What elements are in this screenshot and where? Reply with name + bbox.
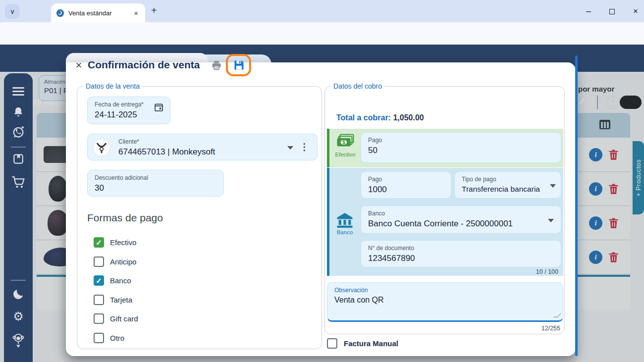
observation-label: Observación	[334, 287, 556, 294]
checkbox-checked[interactable]: ✓	[94, 275, 104, 286]
window-minimize-button[interactable]: –	[582, 5, 595, 18]
client-options-kebab-icon[interactable]: ⋮	[300, 141, 309, 153]
chevron-down-icon[interactable]	[550, 184, 556, 188]
checkbox-unchecked[interactable]	[94, 333, 104, 343]
additional-discount-value: 30	[95, 183, 216, 193]
checkbox-label: Gift card	[110, 314, 138, 323]
tab-close-button[interactable]: ×	[132, 9, 140, 17]
efectivo-pago-field[interactable]: Pago 50	[361, 132, 561, 163]
payment-method-anticipo[interactable]: Anticipo	[94, 257, 136, 267]
checkbox-label: Anticipo	[110, 258, 136, 266]
browser-tab-strip: ∨ Venta estándar × + – ×	[0, 0, 644, 22]
modal-accent-edge	[575, 55, 578, 356]
total-to-collect: Total a cobrar: 1,050.00	[336, 113, 424, 122]
delivery-date-value: 24-11-2025	[95, 110, 163, 120]
modal-body: Datos de la venta Fecha de entrega* 24-1…	[66, 62, 576, 356]
sale-data-legend: Datos de la venta	[83, 82, 142, 90]
total-label: Total a cobrar:	[336, 113, 391, 122]
banco-value: Banco Cuenta Corriente - 2500000001	[368, 219, 554, 229]
calendar-icon[interactable]	[154, 102, 164, 112]
resize-handle-icon[interactable]	[553, 313, 561, 317]
pago-value: 50	[368, 146, 554, 155]
document-counter: 10 / 100	[536, 268, 558, 275]
new-tab-button[interactable]: +	[151, 5, 157, 16]
client-label: Cliente*	[118, 138, 310, 145]
sale-confirmation-modal: Datos de la venta Fecha de entrega* 24-1…	[66, 53, 579, 356]
modal-close-button[interactable]: ×	[72, 58, 86, 72]
payment-method-tarjeta[interactable]: Tarjeta	[94, 295, 132, 305]
chevron-down-icon[interactable]	[548, 219, 554, 222]
delivery-date-field[interactable]: Fecha de entrega* 24-11-2025	[87, 97, 170, 124]
observation-textarea[interactable]: Observación Venta con QR	[327, 282, 563, 322]
payment-data-legend: Datos del cobro	[331, 82, 384, 90]
sale-data-section: Datos de la venta Fecha de entrega* 24-1…	[77, 82, 322, 349]
tab-title: Venta estándar	[68, 9, 132, 17]
tipo-de-pago-select[interactable]: Tipo de pago Transferencia bancaria	[454, 171, 561, 199]
payment-data-section: Datos del cobro Total a cobrar: 1,050.00…	[324, 82, 565, 334]
cash-icon: $	[335, 134, 355, 149]
checkbox-label: Banco	[110, 276, 131, 285]
checkbox-label: Efectivo	[110, 238, 136, 247]
maximize-icon	[609, 9, 615, 14]
factura-manual-checkbox-row[interactable]: Factura Manual	[327, 338, 398, 349]
payment-method-gift-card[interactable]: Gift card	[94, 313, 138, 324]
tipo-de-pago-value: Transferencia bancaria	[462, 185, 554, 194]
checkbox-unchecked[interactable]	[94, 295, 104, 305]
check-icon: ✓	[96, 238, 102, 247]
svg-text:$: $	[342, 139, 345, 145]
banco-block-label: Banco	[331, 229, 359, 235]
observation-value: Venta con QR	[334, 296, 556, 305]
browser-tab[interactable]: Venta estándar ×	[51, 3, 145, 22]
window-maximize-button[interactable]	[605, 5, 618, 18]
browser-toolbar: ← → Gt ☆ ⋮	[0, 22, 644, 45]
pago-label: Pago	[368, 137, 554, 144]
payment-method-banco[interactable]: ✓ Banco	[94, 275, 131, 286]
additional-discount-label: Descuento adicional	[95, 174, 216, 181]
checkbox-unchecked[interactable]	[327, 338, 337, 349]
document-number-value: 1234567890	[368, 254, 554, 263]
client-avatar-icon	[93, 139, 110, 156]
observation-counter: 12/255	[541, 325, 560, 332]
pago-value: 1000	[368, 185, 444, 195]
checkbox-unchecked[interactable]	[94, 313, 104, 324]
document-number-label: N° de documento	[368, 245, 554, 252]
banco-payment-block: Banco Pago 1000 Tipo de pago Transferenc…	[327, 168, 563, 276]
checkbox-label: Otro	[110, 334, 124, 342]
banco-pago-field[interactable]: Pago 1000	[361, 171, 451, 199]
factura-manual-label: Factura Manual	[344, 339, 398, 348]
efectivo-block-label: Efectivo	[331, 152, 359, 157]
checkbox-checked[interactable]: ✓	[94, 237, 104, 248]
modal-title: Confirmación de venta	[88, 59, 200, 71]
client-field[interactable]: Cliente* 6744657013 | Monkeysoft ⋮	[87, 134, 318, 160]
bank-icon	[335, 211, 354, 228]
save-button-highlight-annotation	[226, 54, 251, 76]
payment-method-otro[interactable]: Otro	[94, 333, 124, 343]
check-icon: ✓	[96, 276, 102, 285]
total-value: 1,050.00	[393, 113, 424, 122]
checkbox-unchecked[interactable]	[94, 257, 104, 267]
payment-method-efectivo[interactable]: ✓ Efectivo	[94, 237, 136, 248]
chevron-down-icon: ∨	[10, 7, 15, 15]
delivery-date-label: Fecha de entrega*	[95, 101, 163, 108]
screen: ∨ Venta estándar × + – × ← → Gt ☆ ⋮ Vent…	[0, 0, 644, 362]
checkbox-label: Tarjeta	[110, 296, 132, 304]
document-number-field[interactable]: N° de documento 1234567890	[361, 240, 561, 267]
print-button[interactable]	[211, 59, 222, 71]
banco-select[interactable]: Banco Banco Cuenta Corriente - 250000000…	[361, 206, 561, 234]
tab-search-button[interactable]: ∨	[5, 4, 20, 19]
efectivo-payment-block: $ Efectivo Pago 50	[327, 129, 563, 167]
additional-discount-field[interactable]: Descuento adicional 30	[87, 170, 224, 197]
client-value: 6744657013 | Monkeysoft	[118, 147, 310, 157]
payment-methods-heading: Formas de pago	[87, 212, 163, 224]
banco-label: Banco	[368, 210, 554, 217]
window-close-button[interactable]: ×	[629, 5, 642, 18]
chevron-down-icon[interactable]	[287, 146, 293, 150]
tipo-de-pago-label: Tipo de pago	[462, 176, 554, 183]
favicon-monkeysoft	[56, 9, 64, 17]
pago-label: Pago	[368, 176, 444, 183]
